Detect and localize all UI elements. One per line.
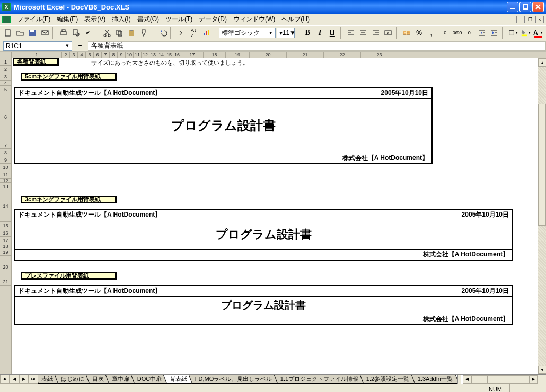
label-3cm[interactable]: 3cmキングファイル用背表紙 [21, 196, 117, 203]
column-header[interactable]: 11 [134, 52, 142, 58]
name-box[interactable]: R1C1▼ [3, 41, 72, 51]
scroll-down-button[interactable]: ▼ [538, 366, 546, 374]
column-header[interactable]: 21 [287, 52, 324, 58]
menu-item[interactable]: ファイル(F) [14, 14, 54, 25]
menu-item[interactable]: 挿入(I) [109, 14, 134, 25]
paste-icon[interactable] [126, 27, 137, 39]
vertical-scrollbar[interactable]: ▲ ▼ [538, 58, 546, 374]
row-header[interactable]: 14 [0, 190, 12, 222]
column-header[interactable]: 12 [142, 52, 149, 58]
hscroll-thumb[interactable] [472, 376, 488, 383]
row-header[interactable]: 21 [0, 278, 12, 286]
bold-button[interactable]: B [302, 27, 313, 39]
merge-center-icon[interactable]: a [382, 27, 393, 39]
row-header[interactable]: 17 [0, 237, 12, 244]
column-header[interactable]: 8 [110, 52, 118, 58]
sheet-tab[interactable]: FD,MOラベル、見出しラベル [189, 375, 279, 384]
open-icon[interactable] [14, 27, 25, 39]
row-header[interactable]: 2 [0, 66, 12, 73]
row-header[interactable]: 20 [0, 256, 12, 278]
row-header[interactable]: 1 [0, 58, 12, 66]
scroll-left-button[interactable]: ◀ [463, 375, 471, 384]
row-header[interactable]: 9 [0, 156, 12, 164]
column-header[interactable]: 9 [118, 52, 126, 58]
row-header[interactable]: 7 [0, 141, 12, 149]
sheet-tab[interactable]: 1.2参照設定一覧 [360, 375, 416, 384]
column-header[interactable]: 7 [102, 52, 110, 58]
sort-asc-icon[interactable]: A↓Z [188, 27, 199, 39]
underline-button[interactable]: U [327, 27, 338, 39]
worksheet-grid[interactable]: 各種背表紙 サイズにあった大きさのものを、切り取って使いましょう。 5cmキング… [12, 58, 538, 374]
decrease-indent-icon[interactable] [476, 27, 487, 39]
scroll-right-button[interactable]: ▶ [529, 375, 538, 384]
column-header[interactable]: 3 [70, 52, 78, 58]
cut-icon[interactable] [101, 27, 112, 39]
new-icon[interactable] [2, 27, 13, 39]
percent-icon[interactable]: % [413, 27, 425, 39]
align-right-icon[interactable] [370, 27, 381, 39]
align-left-icon[interactable] [345, 27, 356, 39]
column-header[interactable]: 16 [173, 52, 181, 58]
sheet-tab[interactable]: はじめに [55, 375, 91, 384]
row-header[interactable]: 18 [0, 244, 12, 248]
menu-item[interactable]: ツール(T) [162, 14, 196, 25]
label-press[interactable]: プレスファイル用背表紙 [21, 272, 117, 280]
tab-splitter[interactable] [457, 375, 461, 384]
label-5cm[interactable]: 5cmキングファイル用背表紙 [21, 73, 117, 81]
decrease-decimal-icon[interactable]: .00→.0 [457, 27, 469, 39]
sheet-tab[interactable]: 1.3AddIn一覧 [411, 375, 457, 384]
font-size-select[interactable]: ▾11▼ [277, 28, 295, 38]
horizontal-scrollbar[interactable]: ◀ ▶ [463, 375, 538, 384]
row-header[interactable]: 12 [0, 179, 12, 183]
minimize-button[interactable] [507, 2, 518, 12]
tab-nav-last[interactable]: ⏭ [29, 375, 38, 384]
mdi-close-button[interactable]: × [535, 16, 544, 23]
font-name-select[interactable]: 標準ゴシック▼ [219, 28, 276, 38]
row-header[interactable]: 6 [0, 93, 12, 141]
select-all-corner[interactable] [0, 52, 12, 58]
row-header[interactable]: 4 [0, 81, 12, 86]
sheet-tab[interactable]: 1.1プロジェクトファイル情報 [274, 375, 365, 384]
scroll-thumb[interactable] [538, 104, 546, 226]
comma-icon[interactable]: , [426, 27, 437, 39]
menu-item[interactable]: 編集(E) [54, 14, 81, 25]
scroll-up-button[interactable]: ▲ [538, 58, 546, 67]
tab-nav-next[interactable]: ▶ [19, 375, 29, 384]
mail-icon[interactable] [39, 27, 50, 39]
sheet-tab[interactable]: DOC中扉 [131, 375, 168, 384]
italic-button[interactable]: I [314, 27, 325, 39]
increase-decimal-icon[interactable]: .0→.00 [444, 27, 456, 39]
increase-indent-icon[interactable] [488, 27, 499, 39]
copy-icon[interactable] [113, 27, 125, 39]
mdi-restore-button[interactable]: ❐ [526, 16, 534, 23]
row-header[interactable]: 10 [0, 164, 12, 171]
row-header[interactable]: 3 [0, 73, 12, 81]
fill-color-icon[interactable]: ▼ [520, 27, 532, 39]
format-painter-icon[interactable] [138, 27, 149, 39]
borders-icon[interactable]: ▼ [507, 27, 519, 39]
print-preview-icon[interactable] [70, 27, 81, 39]
column-header[interactable]: 18 [204, 52, 226, 58]
tab-nav-first[interactable]: ⏮ [0, 375, 10, 384]
row-header[interactable]: 19 [0, 248, 12, 256]
menu-item[interactable]: ウィンドウ(W) [230, 14, 278, 25]
print-icon[interactable] [58, 27, 69, 39]
menu-item[interactable]: データ(D) [196, 14, 230, 25]
column-header[interactable]: 1 [12, 52, 62, 58]
sheet-title-cell[interactable]: 各種背表紙 [13, 58, 59, 66]
mdi-minimize-button[interactable]: _ [516, 16, 525, 23]
row-header[interactable]: 8 [0, 149, 12, 156]
row-header[interactable]: 16 [0, 229, 12, 237]
tab-nav-prev[interactable]: ◀ [10, 375, 19, 384]
column-header[interactable]: 19 [226, 52, 250, 58]
column-header[interactable]: 17 [181, 52, 204, 58]
column-header[interactable]: 20 [250, 52, 287, 58]
column-header[interactable]: 13 [149, 52, 157, 58]
menu-item[interactable]: 表示(V) [81, 14, 109, 25]
column-header[interactable]: 4 [78, 52, 86, 58]
currency-icon[interactable]: 💴 [401, 27, 412, 39]
close-button[interactable] [532, 2, 544, 12]
row-header[interactable]: 11 [0, 171, 12, 179]
column-header[interactable]: 10 [126, 52, 134, 58]
row-header[interactable]: 5 [0, 86, 12, 93]
